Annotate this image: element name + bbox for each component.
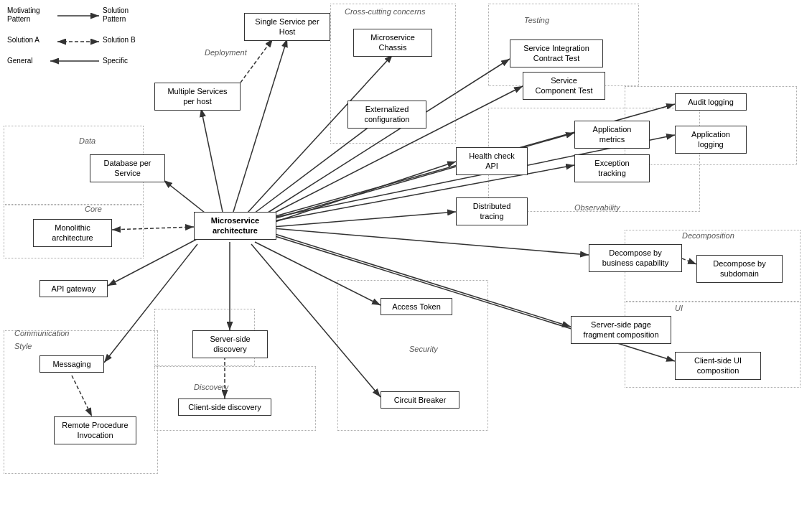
- node-decompose-subdomain: Decompose bysubdomain: [696, 255, 783, 283]
- node-multiple-services-host: Multiple Servicesper host: [154, 83, 241, 111]
- label-deployment: Deployment: [205, 48, 247, 57]
- node-audit-logging: Audit logging: [675, 93, 747, 111]
- legend: MotivatingPattern: [7, 6, 40, 23]
- legend-solution-b: Solution B: [103, 35, 136, 44]
- label-testing: Testing: [524, 16, 549, 24]
- label-observability: Observability: [574, 203, 620, 212]
- label-decomposition: Decomposition: [682, 231, 734, 240]
- node-client-side-ui: Client-side UIcomposition: [675, 352, 761, 380]
- svg-line-32: [241, 39, 273, 83]
- node-api-gateway: API gateway: [39, 280, 108, 297]
- node-decompose-business: Decompose bybusiness capability: [589, 244, 682, 272]
- communication-region: [4, 330, 158, 474]
- label-security: Security: [409, 345, 438, 353]
- svg-line-9: [164, 180, 208, 215]
- node-database-per-service: Database perService: [90, 154, 165, 182]
- label-discovery: Discovery: [194, 383, 228, 391]
- legend-specific: Specific: [103, 56, 128, 65]
- legend-motivating-pattern: MotivatingPattern: [7, 6, 40, 23]
- node-application-metrics: Applicationmetrics: [574, 121, 650, 149]
- node-exception-tracking: Exceptiontracking: [574, 154, 650, 182]
- node-microservice-chassis: MicroserviceChassis: [353, 29, 432, 57]
- node-remote-procedure: Remote ProcedureInvocation: [54, 416, 136, 444]
- node-microservice: Microservicearchitecture: [194, 212, 276, 240]
- label-core: Core: [85, 205, 102, 213]
- label-cross-cutting: Cross-cutting concerns: [345, 7, 426, 16]
- label-ui: UI: [675, 304, 683, 312]
- label-style: Style: [14, 342, 32, 350]
- node-server-side-page: Server-side pagefragment composition: [571, 316, 671, 344]
- diagram-container: MotivatingPattern SolutionPattern Soluti…: [0, 0, 812, 522]
- node-messaging: Messaging: [39, 355, 104, 373]
- legend-solution-a: Solution A: [7, 35, 39, 44]
- node-client-side-discovery: Client-side discovery: [178, 399, 271, 416]
- svg-line-18: [273, 162, 456, 223]
- svg-line-7: [233, 39, 287, 212]
- node-access-token: Access Token: [381, 298, 452, 315]
- node-circuit-breaker: Circuit Breaker: [381, 391, 459, 409]
- legend-general: General: [7, 56, 33, 65]
- node-service-component-test: ServiceComponent Test: [523, 72, 605, 100]
- node-monolithic: Monolithicarchitecture: [33, 219, 112, 247]
- node-health-check: Health checkAPI: [456, 147, 528, 175]
- svg-line-26: [273, 228, 589, 255]
- label-communication: Communication: [14, 329, 69, 337]
- node-server-side-discovery: Server-sidediscovery: [192, 330, 268, 358]
- svg-line-19: [273, 212, 456, 227]
- legend-solution-pattern: SolutionPattern: [103, 6, 129, 23]
- node-externalized-config: Externalizedconfiguration: [347, 101, 426, 129]
- node-distributed-tracing: Distributedtracing: [456, 197, 528, 225]
- node-service-integration-contract: Service IntegrationContract Test: [510, 39, 603, 67]
- label-data: Data: [79, 136, 95, 145]
- node-single-service-host: Single Service perHost: [244, 13, 330, 41]
- node-application-logging: Applicationlogging: [675, 126, 747, 154]
- svg-line-8: [201, 108, 223, 212]
